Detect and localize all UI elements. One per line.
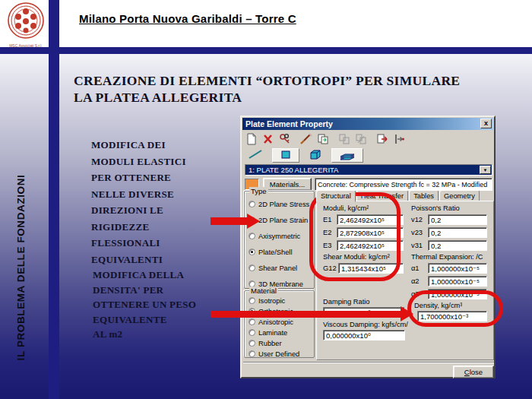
- v31-label: v31: [411, 242, 423, 249]
- chevron-down-icon[interactable]: ▼: [480, 166, 491, 174]
- radio-icon[interactable]: [249, 340, 255, 347]
- section-vertical-label: IL PROBLEMA DELLE FONDAZIONI: [15, 154, 30, 382]
- property-select-value: 1: PLATE 250 ALLEGERITA: [249, 166, 338, 174]
- material-group-label: Material: [249, 287, 278, 295]
- v31-input[interactable]: 0,2: [428, 240, 487, 251]
- load-icon[interactable]: [375, 133, 391, 147]
- note1-line: PER OTTENERE: [91, 169, 186, 186]
- note2-line: AL m2: [93, 327, 196, 342]
- radio-rubber[interactable]: Rubber: [249, 339, 282, 348]
- note2-line: MODIFICA DELLA: [93, 268, 196, 283]
- dialog-title: Plate Element Property: [245, 119, 333, 128]
- type-groupbox: Type 2D Plane Stress 2D Plane Strain Axi…: [244, 191, 315, 289]
- paste-disabled-icon: [337, 133, 353, 147]
- radio-label: Laminate: [258, 329, 287, 337]
- radio-label: Plate/Shell: [258, 249, 292, 256]
- page-title: Milano Porta Nuova Garibaldi – Torre C: [79, 12, 296, 25]
- radio-axisymmetric[interactable]: Axisymmetric: [249, 232, 300, 241]
- slide-title-line2: LA PLATEA ALLEGERITA: [74, 89, 515, 106]
- red-arrow-1-shaft: [211, 217, 247, 225]
- note1-line: FLESSIONALI: [91, 235, 186, 252]
- a1-input[interactable]: 1,000000x10⁻⁵: [428, 263, 487, 274]
- radio-icon[interactable]: [249, 264, 255, 271]
- radio-icon[interactable]: [249, 318, 255, 325]
- tab-geometry[interactable]: Geometry: [439, 190, 480, 201]
- type-group-label: Type: [249, 187, 268, 195]
- radio-2d-plane-stress[interactable]: 2D Plane Stress: [249, 200, 309, 209]
- material-value-field[interactable]: Concrete: Compressive Strength fc = 32 M…: [315, 178, 492, 191]
- radio-label: 2D Plane Strain: [258, 217, 308, 224]
- slide-title-line1: CREAZIONE DI ELEMENTI “ORTOTROPI” PER SI…: [74, 72, 515, 89]
- horizontal-divider-bar: [0, 47, 532, 54]
- material-groupbox: Material Isotropic Orthotropic Anisotrop…: [244, 290, 315, 358]
- line-element-button[interactable]: [245, 148, 268, 163]
- dialog-footer-divider: [243, 362, 494, 363]
- plate-element-button[interactable]: [272, 148, 299, 163]
- a2-label: α2: [411, 277, 420, 285]
- radio-label: Anisotropic: [258, 318, 293, 326]
- v23-label: v23: [411, 229, 423, 236]
- note1-line: DIREZIONI LE: [91, 202, 186, 219]
- radio-laminate[interactable]: Laminate: [249, 328, 287, 337]
- logo-caption: MSC Associati S.r.l.: [5, 43, 47, 48]
- radio-label: Isotropic: [258, 297, 285, 305]
- tab-strip: StructuralHeat TransferTablesGeometry: [316, 190, 480, 201]
- solid-element-button[interactable]: [304, 148, 327, 163]
- msc-logo-icon: [6, 2, 46, 41]
- radio-label: Axisymmetric: [258, 233, 300, 240]
- red-circle-density: [407, 290, 503, 327]
- radio-user-defined[interactable]: User Defined: [249, 350, 299, 359]
- brush-icon[interactable]: [299, 133, 315, 147]
- vertical-divider-bar: [49, 0, 59, 399]
- note1-line: NELLE DIVERSE: [91, 186, 186, 203]
- tab-tables[interactable]: Tables: [409, 190, 439, 201]
- note2-line: OTTENERE UN PESO: [93, 297, 196, 312]
- slide-title: CREAZIONE DI ELEMENTI “ORTOTROPI” PER SI…: [74, 72, 515, 106]
- new-document-icon[interactable]: [245, 133, 260, 147]
- red-arrow-2-shaft: [211, 311, 401, 318]
- radio-label: 2D Plane Stress: [258, 201, 309, 208]
- property-select[interactable]: 1: PLATE 250 ALLEGERITA ▼: [245, 164, 492, 176]
- red-arrow-2-head: [401, 306, 413, 321]
- close-button[interactable]: Close: [453, 366, 494, 378]
- materials-button[interactable]: Materials...: [263, 178, 312, 191]
- close-icon[interactable]: x: [480, 119, 492, 128]
- radio-icon[interactable]: [249, 350, 255, 357]
- radio-icon[interactable]: [249, 233, 255, 239]
- v12-label: v12: [411, 216, 423, 223]
- radio-icon[interactable]: [249, 201, 255, 207]
- red-circle-moduli: [309, 192, 401, 281]
- a1-label: α1: [411, 264, 420, 272]
- note1-line: MODIFICA DEI: [91, 137, 186, 154]
- delete-icon[interactable]: [261, 133, 277, 147]
- laminate-element-button[interactable]: [331, 148, 363, 163]
- thermal-expansion-label: Thermal Expansion: /C: [411, 253, 483, 261]
- tab-structural[interactable]: Structural: [316, 190, 356, 202]
- radio-plate-shell[interactable]: Plate/Shell: [249, 248, 292, 257]
- radio-label: User Defined: [258, 350, 299, 358]
- v23-input[interactable]: 0,2: [428, 227, 487, 238]
- note1-line: EQUIVALENTI: [91, 252, 186, 268]
- radio-icon[interactable]: [249, 297, 255, 304]
- viscous-damping-input[interactable]: 0,000000x10⁰: [323, 330, 405, 340]
- note-elastic-moduli: MODIFICA DEI MODULI ELASTICI PER OTTENER…: [91, 137, 186, 268]
- radio-isotropic[interactable]: Isotropic: [249, 296, 285, 306]
- radio-anisotropic[interactable]: Anisotropic: [249, 318, 293, 327]
- poisson-label: Poisson's Ratio: [411, 204, 460, 212]
- radio-icon-selected[interactable]: [249, 249, 255, 255]
- a2-input[interactable]: 1,000000x10⁻⁵: [428, 276, 487, 287]
- damping-ratio-label: Damping Ratio: [323, 298, 370, 306]
- copy-icon[interactable]: [316, 133, 331, 147]
- save-exit-icon[interactable]: [392, 133, 407, 147]
- v12-input[interactable]: 0,2: [428, 214, 487, 225]
- radio-shear-panel[interactable]: Shear Panel: [249, 264, 297, 273]
- radio-label: Rubber: [258, 340, 282, 347]
- note1-line: RIGIDEZZE: [91, 219, 186, 236]
- company-logo: MSC Associati S.r.l.: [5, 2, 47, 47]
- dialog-titlebar[interactable]: Plate Element Property: [242, 118, 493, 130]
- note1-line: MODULI ELASTICI: [91, 154, 186, 170]
- keys-icon[interactable]: [278, 133, 293, 147]
- duplicate-disabled-icon: [354, 133, 369, 147]
- radio-icon[interactable]: [249, 329, 255, 336]
- note2-line: DENSITA' PER: [93, 283, 196, 298]
